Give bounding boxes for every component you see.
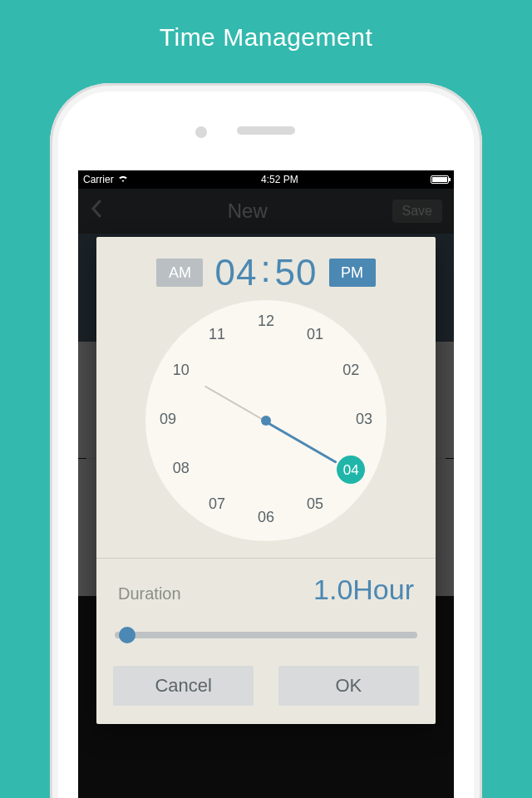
time-picker-modal: AM 04 : 50 PM 120102030405060708091011: [96, 237, 436, 724]
wifi-icon: [117, 174, 129, 185]
clock-number-selected[interactable]: 04: [337, 456, 365, 484]
phone-speaker-icon: [237, 126, 295, 135]
hour-value[interactable]: 04: [214, 252, 257, 293]
clock-number[interactable]: 11: [204, 326, 230, 346]
clock-face[interactable]: 120102030405060708091011: [145, 300, 387, 541]
battery-icon: [431, 175, 449, 184]
clock-number[interactable]: 10: [168, 362, 195, 382]
phone-screen: Carrier 4:52 PM New Save: [78, 170, 454, 798]
clock-pivot-icon: [261, 416, 271, 426]
phone-inner: Carrier 4:52 PM New Save: [58, 91, 474, 798]
time-display-row: AM 04 : 50 PM: [113, 252, 419, 293]
phone-frame: Carrier 4:52 PM New Save: [50, 83, 482, 798]
promo-title: Time Management: [0, 0, 532, 52]
duration-slider[interactable]: [115, 624, 417, 646]
clock-number[interactable]: 03: [351, 411, 377, 431]
minute-value[interactable]: 50: [275, 252, 318, 293]
minute-hand: [204, 386, 267, 422]
slider-thumb[interactable]: [119, 627, 135, 643]
duration-label: Duration: [118, 584, 181, 603]
cancel-button[interactable]: Cancel: [113, 666, 254, 706]
divider: [96, 558, 436, 559]
clock-number[interactable]: 07: [204, 495, 230, 515]
duration-row: Duration 1.0Hour: [113, 574, 419, 611]
slider-track: [115, 632, 417, 638]
clock-number[interactable]: 01: [302, 326, 328, 346]
duration-value: 1.0Hour: [313, 574, 414, 606]
modal-button-row: Cancel OK: [113, 666, 419, 706]
hour-hand[interactable]: [265, 421, 337, 464]
clock-number[interactable]: 09: [155, 411, 181, 431]
clock-number[interactable]: 02: [337, 362, 364, 382]
time-readout: 04 : 50: [214, 252, 317, 293]
clock-number[interactable]: 05: [302, 495, 328, 515]
carrier-label: Carrier: [83, 174, 114, 185]
clock-number[interactable]: 08: [168, 460, 195, 480]
phone-camera-icon: [195, 126, 207, 138]
am-toggle[interactable]: AM: [156, 259, 203, 287]
statusbar-time: 4:52 PM: [261, 174, 298, 185]
pm-toggle[interactable]: PM: [329, 259, 376, 287]
ok-button[interactable]: OK: [278, 666, 419, 706]
time-colon: :: [260, 249, 271, 290]
clock-number[interactable]: 06: [253, 509, 279, 529]
status-bar: Carrier 4:52 PM: [78, 170, 454, 189]
clock-number[interactable]: 12: [253, 313, 279, 332]
